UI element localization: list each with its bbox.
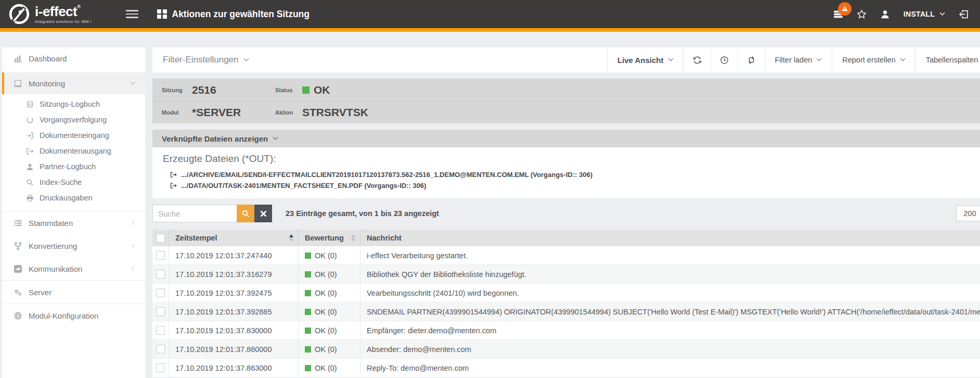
linked-files-toggle[interactable]: Verknüpfte Dateien anzeigen [152, 130, 980, 147]
generated-files-panel: Erzeugte Dateien (*OUT): .../ARCHIVE/EMA… [152, 147, 980, 198]
clock-icon [720, 56, 729, 65]
app-logo[interactable]: i-effect® integrated solutions for IBM i [0, 3, 113, 25]
file-link[interactable]: .../DATA/OUT/TASK-2401/MENTEN_FACTSHEET_… [170, 180, 980, 191]
ok-green-square [305, 309, 311, 315]
column-header-bewertung[interactable]: Bewertung [299, 230, 360, 246]
favorites-star-icon[interactable] [857, 9, 867, 19]
table-row[interactable]: 17.10.2019 12:01:37.392885 OK (0) SNDEMA… [152, 303, 980, 321]
table-row[interactable]: 17.10.2019 12:01:37.863000 OK (0) Reply-… [152, 359, 980, 377]
cell-rating: OK (0) [299, 265, 360, 283]
session-label: Sitzung [162, 87, 192, 93]
sign-out-icon [26, 147, 34, 155]
action-value: STRSRVTSK [302, 106, 368, 119]
refresh-icon [693, 56, 702, 65]
chevron-down-icon [243, 58, 249, 62]
page-size-select[interactable]: 200 [956, 206, 980, 221]
search-button[interactable] [237, 205, 254, 222]
sort-icon [351, 234, 355, 242]
select-all-checkbox[interactable] [156, 234, 165, 243]
sidebar-item-konvertierung[interactable]: Konvertierung [2, 234, 145, 257]
create-report-dropdown[interactable]: Report erstellen [832, 47, 915, 72]
logo-registered-mark: ® [77, 4, 80, 9]
clear-search-button[interactable] [254, 205, 272, 222]
select-all-cell [152, 230, 169, 246]
ok-green-square [305, 290, 311, 296]
cell-message: Bibliothek QGY der Bibliotheksliste hinz… [360, 265, 980, 283]
sidebar-item-dokumenteneingang[interactable]: Dokumenteneingang [2, 128, 145, 143]
sidebar-item-kommunikation[interactable]: Kommunikation [2, 257, 145, 280]
user-icon[interactable] [880, 9, 890, 19]
book-icon [14, 79, 22, 88]
toolbar: Filter-Einstellungen Live Ansicht [152, 47, 980, 72]
status-value: OK [302, 84, 330, 96]
cell-message: Vearbeitungsschritt (2401/10) wird begon… [360, 284, 980, 302]
table-row[interactable]: 17.10.2019 12:01:37.316279 OK (0) Biblio… [152, 265, 980, 284]
sidebar-item-vorgangsverfolgung[interactable]: Vorgangsverfolgung [2, 112, 145, 128]
column-header-zeitstempel[interactable]: Zeitstempel [169, 230, 299, 246]
module-value: *SERVER [192, 106, 275, 119]
user-menu[interactable]: INSTALL [904, 10, 945, 18]
ok-green-square [305, 253, 311, 259]
history-button[interactable] [711, 47, 738, 72]
hamburger-menu-icon[interactable] [126, 8, 138, 20]
globe-icon [14, 311, 22, 320]
logo-subtitle: integrated solutions for IBM i [35, 20, 92, 24]
process-circle-icon [26, 116, 34, 124]
sidebar-item-dashboard[interactable]: Dashboard [2, 47, 145, 69]
table-row[interactable]: 17.10.2019 12:01:37.247440 OK (0) i-effe… [152, 246, 980, 265]
sidebar-item-druckausgaben[interactable]: Druckausgaben [2, 190, 145, 206]
row-checkbox[interactable] [156, 251, 165, 260]
session-value: 2516 [192, 84, 275, 96]
load-filter-dropdown[interactable]: Filter laden [765, 47, 832, 72]
accent-bar [0, 28, 980, 32]
table-row[interactable]: 17.10.2019 12:01:37.860000 OK (0) Absend… [152, 340, 980, 359]
status-label: Status [275, 87, 302, 93]
column-header-nachricht[interactable]: Nachricht [360, 230, 980, 246]
close-icon [260, 210, 267, 218]
chevron-down-icon [668, 58, 674, 62]
cell-rating: OK (0) [299, 321, 360, 339]
sidebar-item-stammdaten[interactable]: Stammdaten [2, 211, 145, 234]
page-title: Aktionen zur gewählten Sitzung [172, 9, 310, 20]
cell-message: Empfänger: dieter.demo@menten.com [360, 321, 980, 339]
cell-message: i-effect Verarbeitung gestartet. [360, 246, 980, 264]
table-row[interactable]: 17.10.2019 12:01:37.392475 OK (0) Vearbe… [152, 284, 980, 303]
cell-timestamp: 17.10.2019 12:01:37.830000 [169, 321, 299, 339]
row-checkbox[interactable] [156, 270, 165, 279]
sidebar-item-partner-logbuch[interactable]: Partner-Logbuch [2, 159, 145, 174]
filter-settings-dropdown[interactable]: Filter-Einstellungen [152, 47, 249, 72]
sidebar-item-dokumentenausgang[interactable]: Dokumentenausgang [2, 143, 145, 159]
table-row[interactable]: 17.10.2019 12:01:37.830000 OK (0) Empfän… [152, 321, 980, 340]
alert-badge[interactable] [838, 2, 852, 16]
sidebar-item-sitzungs-logbuch[interactable]: Sitzungs-Logbuch [2, 96, 145, 112]
sort-icon [289, 234, 293, 242]
row-checkbox[interactable] [156, 307, 165, 316]
session-info-panel: Sitzung 2516 Status OK Modul *SERVER Akt… [152, 79, 980, 123]
row-checkbox[interactable] [156, 288, 165, 297]
file-link[interactable]: .../ARCHIVE/EMAIL/SEND/I-EFFECTMAILCLIEN… [170, 169, 980, 180]
result-summary: 23 Einträge gesamt, von 1 bis 23 angezei… [286, 209, 439, 218]
sidebar-item-modul-konfiguration[interactable]: Modul-Konfiguration [2, 304, 145, 327]
table-columns-dropdown[interactable]: Tabellenspalten [915, 47, 980, 72]
row-checkbox[interactable] [156, 363, 165, 372]
search-icon [26, 179, 34, 186]
ok-green-square [305, 365, 311, 371]
sidebar-item-index-suche[interactable]: Index-Suche [2, 174, 145, 190]
chevron-down-icon [816, 58, 822, 62]
server-status-button[interactable] [833, 9, 843, 19]
export-icon [170, 171, 177, 178]
live-view-dropdown[interactable]: Live Ansicht [607, 47, 684, 72]
refresh-button[interactable] [684, 47, 711, 72]
row-checkbox[interactable] [156, 326, 165, 335]
chevron-down-icon [939, 12, 945, 16]
share-icon [14, 264, 22, 273]
repeat-button[interactable] [738, 47, 765, 72]
sidebar-item-monitoring[interactable]: Monitoring [2, 72, 145, 94]
logout-icon[interactable] [959, 9, 969, 19]
action-label: Aktion [275, 109, 302, 116]
row-checkbox[interactable] [156, 345, 165, 354]
export-icon [170, 182, 177, 189]
sidebar-item-server[interactable]: Server [2, 281, 145, 304]
chevron-left-icon [130, 244, 136, 248]
search-input[interactable] [152, 205, 237, 222]
